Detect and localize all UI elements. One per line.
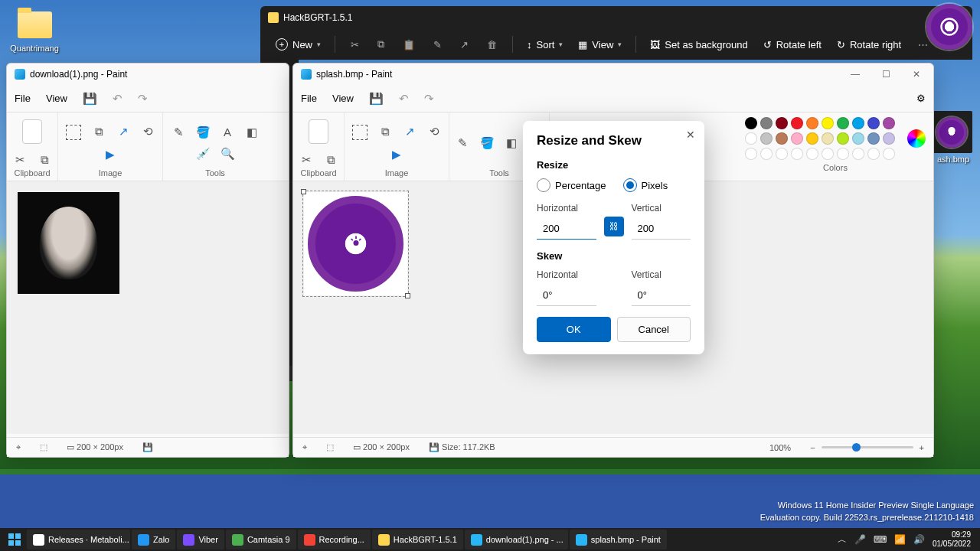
taskbar-item[interactable]: Zalo — [132, 530, 175, 549]
taskbar-item[interactable]: Camtasia 9 — [226, 530, 296, 549]
paint2-titlebar[interactable]: splash.bmp - Paint — [293, 64, 933, 85]
edit-colors-button[interactable] — [907, 129, 926, 148]
color-swatch[interactable] — [745, 117, 757, 129]
crop-tool[interactable]: ⧉ — [92, 125, 106, 139]
pixels-radio[interactable]: Pixels — [623, 178, 668, 192]
resize-tool[interactable]: ↗ — [403, 125, 416, 139]
sort-button[interactable]: ↕ Sort▾ — [521, 34, 569, 55]
color-swatch[interactable] — [867, 148, 880, 160]
color-swatch[interactable] — [806, 117, 818, 129]
undo-button[interactable]: ↶ — [113, 92, 122, 106]
color-swatch[interactable] — [867, 117, 880, 129]
file-menu[interactable]: File — [301, 93, 317, 104]
share-button[interactable]: ↗ — [452, 34, 476, 55]
color-swatch[interactable] — [852, 132, 864, 145]
cancel-button[interactable]: Cancel — [617, 317, 691, 342]
color-swatch[interactable] — [776, 117, 788, 129]
minimize-button[interactable]: — — [840, 65, 871, 83]
horizontal-input[interactable] — [537, 218, 596, 240]
pencil-tool[interactable]: ✎ — [172, 126, 185, 139]
zoom-tool[interactable]: 🔍 — [220, 147, 234, 161]
clock[interactable]: 09:29 01/05/2022 — [933, 530, 971, 549]
vertical-input[interactable] — [632, 218, 691, 240]
taskbar-item[interactable]: Recording... — [298, 530, 371, 549]
copy-button[interactable]: ⧉ — [370, 34, 392, 55]
view-button[interactable]: ▦ View▾ — [572, 34, 628, 55]
system-tray[interactable]: ︿ 🎤 ⌨ 📶 🔊 09:29 01/05/2022 — [838, 530, 977, 549]
color-swatch[interactable] — [883, 117, 895, 129]
redo-button[interactable]: ↷ — [138, 92, 148, 106]
tray-chevron-icon[interactable]: ︿ — [838, 533, 847, 546]
color-swatch[interactable] — [837, 117, 849, 129]
paint1-titlebar[interactable]: download(1).png - Paint — [7, 64, 289, 85]
eraser-tool[interactable]: ◧ — [245, 126, 259, 139]
save-button[interactable]: 💾 — [83, 92, 97, 106]
select-tool[interactable] — [352, 125, 368, 140]
color-swatch[interactable] — [837, 148, 849, 160]
color-swatch[interactable] — [760, 132, 773, 145]
file-menu[interactable]: File — [15, 93, 31, 104]
color-swatch[interactable] — [745, 132, 757, 145]
color-swatch[interactable] — [776, 148, 788, 160]
taskbar-item[interactable]: Viber — [177, 530, 224, 549]
color-swatch[interactable] — [837, 132, 849, 145]
cut-icon[interactable]: ✂ — [13, 153, 27, 167]
rotate-tool[interactable]: ⟲ — [427, 125, 441, 139]
cut-icon[interactable]: ✂ — [299, 153, 313, 167]
share-icon[interactable]: ⚙ — [916, 93, 926, 104]
zoom-slider[interactable]: − + — [810, 443, 924, 452]
zoom-in-button[interactable]: + — [920, 443, 924, 452]
select-tool[interactable] — [66, 125, 81, 140]
color-swatch[interactable] — [806, 148, 818, 160]
pencil-tool[interactable]: ✎ — [456, 136, 469, 150]
eraser-tool[interactable]: ◧ — [505, 136, 518, 150]
zoom-out-button[interactable]: − — [810, 443, 815, 452]
delete-button[interactable]: 🗑 — [479, 34, 505, 55]
skew-h-input[interactable] — [537, 285, 596, 306]
color-swatch[interactable] — [745, 148, 757, 160]
explorer-titlebar[interactable]: HackBGRT-1.5.1 — — [260, 6, 972, 29]
rotate-right-button[interactable]: ↻ Rotate right — [831, 34, 907, 55]
volume-icon[interactable]: 🔊 — [913, 534, 925, 545]
picker-tool[interactable]: 💉 — [196, 147, 210, 161]
desktop-folder[interactable]: Quantrimang — [8, 11, 61, 54]
fill-tool[interactable]: 🪣 — [480, 136, 494, 150]
skew-v-input[interactable] — [632, 285, 691, 306]
fill-tool[interactable]: 🪣 — [196, 126, 210, 139]
set-background-button[interactable]: 🖼 Set as background — [644, 34, 753, 55]
paste-button[interactable] — [309, 119, 328, 144]
ok-button[interactable]: OK — [537, 317, 611, 342]
view-menu[interactable]: View — [332, 93, 354, 104]
close-button[interactable]: ✕ — [686, 129, 695, 141]
color-swatch[interactable] — [867, 132, 880, 145]
flip-tool[interactable]: ▶ — [390, 148, 403, 161]
new-button[interactable]: +New▾ — [270, 34, 327, 55]
desktop-logo[interactable] — [923, 4, 976, 50]
color-swatch[interactable] — [883, 148, 895, 160]
view-menu[interactable]: View — [46, 93, 67, 104]
lang-icon[interactable]: ⌨ — [874, 534, 887, 545]
close-button[interactable]: ✕ — [901, 65, 932, 83]
color-swatch[interactable] — [806, 132, 818, 145]
mic-icon[interactable]: 🎤 — [854, 534, 866, 545]
color-swatch[interactable] — [822, 148, 834, 160]
paste-button[interactable] — [22, 119, 42, 144]
color-swatch[interactable] — [822, 132, 834, 145]
color-swatch[interactable] — [852, 148, 864, 160]
color-swatch[interactable] — [791, 148, 803, 160]
color-swatch[interactable] — [791, 132, 803, 145]
color-swatch[interactable] — [776, 132, 788, 145]
cut-button[interactable]: ✂ — [343, 34, 367, 55]
flip-tool[interactable]: ▶ — [103, 148, 117, 161]
maximize-button[interactable]: ☐ — [871, 65, 901, 83]
resize-tool[interactable]: ↗ — [116, 125, 130, 139]
wifi-icon[interactable]: 📶 — [894, 534, 906, 545]
undo-button[interactable]: ↶ — [399, 92, 409, 106]
taskbar-item[interactable]: splash.bmp - Paint — [570, 530, 667, 549]
desktop-thumb[interactable]: ash.bmp — [930, 111, 976, 164]
rotate-left-button[interactable]: ↺ Rotate left — [757, 34, 828, 55]
percentage-radio[interactable]: Percentage — [537, 178, 606, 192]
copy-icon[interactable]: ⧉ — [324, 153, 338, 167]
save-button[interactable]: 💾 — [369, 92, 384, 106]
taskbar-item[interactable]: HackBGRT-1.5.1 — [372, 530, 463, 549]
